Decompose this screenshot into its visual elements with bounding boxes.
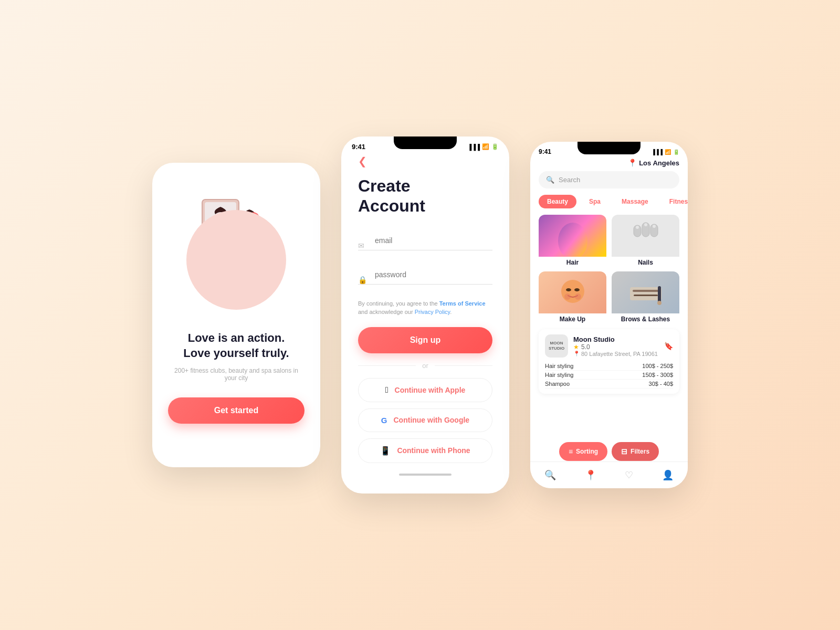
studio-rating: ★ 5.0 xyxy=(573,343,659,351)
service-row-1: Hair styling 100$ - 250$ xyxy=(545,362,673,371)
filters-label: Filters xyxy=(631,448,649,455)
tagline: Love is an action. Love yourself truly. xyxy=(183,331,289,361)
svg-point-20 xyxy=(566,288,571,291)
welcome-screen: ♥ ✦ Love is an action. Love yourself tru… xyxy=(152,163,320,467)
category-brows[interactable]: Brows & Lashes xyxy=(612,271,679,323)
title-line2: Account xyxy=(358,196,425,215)
bottom-nav: 🔍 📍 ♡ 👤 xyxy=(530,461,688,488)
sorting-label: Sorting xyxy=(576,448,598,455)
email-input[interactable] xyxy=(358,231,492,250)
service-price-3: 30$ - 40$ xyxy=(649,381,673,387)
status-icons3: ▐▐▐ 📶 🔋 xyxy=(652,149,679,155)
email-wrapper: ✉ xyxy=(358,231,492,261)
status-time3: 9:41 xyxy=(539,148,551,155)
svg-rect-26 xyxy=(634,295,658,296)
svg-point-17 xyxy=(644,223,647,226)
or-divider: or xyxy=(358,362,492,370)
create-title: Create Account xyxy=(358,176,492,216)
nav-profile-icon[interactable]: 👤 xyxy=(660,467,676,483)
service-row-2: Hair styling 150$ - 300$ xyxy=(545,371,673,380)
service-price-1: 100$ - 250$ xyxy=(642,363,673,369)
svg-point-19 xyxy=(561,280,584,303)
location-pin-icon: 📍 xyxy=(628,159,637,167)
nav-search-icon[interactable]: 🔍 xyxy=(542,467,558,483)
phone-icon: 📱 xyxy=(380,446,391,456)
terms-link[interactable]: Terms of Service xyxy=(439,300,486,307)
svg-point-21 xyxy=(574,288,580,291)
studio-name: Moon Studio xyxy=(573,335,659,343)
notch xyxy=(394,136,457,149)
hair-image xyxy=(539,215,606,257)
create-account-screen: 9:41 ▐▐▐ 📶 🔋 ❮ Create Account ✉ 🔒 By con… xyxy=(341,136,509,494)
nails-image xyxy=(612,215,679,257)
back-button[interactable]: ❮ xyxy=(358,155,492,167)
battery-icon3: 🔋 xyxy=(673,149,679,155)
rating-value: 5.0 xyxy=(581,343,590,351)
category-hair[interactable]: Hair xyxy=(539,215,606,266)
notch3 xyxy=(578,142,640,154)
service-price-2: 150$ - 300$ xyxy=(642,372,673,378)
subtitle: 200+ fitness clubs, beauty and spa salon… xyxy=(168,367,304,382)
signal-icon: ▐▐▐ xyxy=(468,144,480,150)
svg-point-22 xyxy=(564,293,571,300)
phone-button[interactable]: 📱 Continue with Phone xyxy=(358,438,492,463)
terms-suffix: . xyxy=(450,309,452,315)
filters-icon: ⊟ xyxy=(621,447,627,456)
svg-point-12 xyxy=(558,223,587,257)
bg-circle xyxy=(186,210,286,310)
signal-icon3: ▐▐▐ xyxy=(652,149,663,155)
svg-rect-27 xyxy=(658,286,661,303)
brows-image xyxy=(612,271,679,313)
get-started-button[interactable]: Get started xyxy=(168,397,304,424)
search-placeholder: Search xyxy=(559,176,580,184)
google-label: Continue with Google xyxy=(394,416,470,424)
password-wrapper: 🔒 xyxy=(358,265,492,295)
studio-logo: MOONSTUDIO xyxy=(545,334,568,358)
google-button[interactable]: G Continue with Google xyxy=(358,408,492,432)
tab-massage[interactable]: Massage xyxy=(613,195,657,208)
privacy-link[interactable]: Privacy Policy xyxy=(415,309,450,315)
location-text: Los Angeles xyxy=(639,159,679,167)
title-line1: Create xyxy=(358,176,411,195)
nav-location-icon[interactable]: 📍 xyxy=(583,467,598,483)
address-pin-icon: 📍 xyxy=(573,351,580,356)
nav-heart-icon[interactable]: ♡ xyxy=(623,467,635,483)
status-time: 9:41 xyxy=(352,143,365,151)
service-name-1: Hair styling xyxy=(545,363,573,369)
service-name-2: Hair styling xyxy=(545,372,573,378)
status-icons: ▐▐▐ 📶 🔋 xyxy=(468,143,499,150)
terms-text: By continuing, you agree to the Terms of… xyxy=(358,299,492,317)
svg-point-23 xyxy=(575,293,581,300)
home-indicator xyxy=(399,474,452,476)
apple-icon:  xyxy=(385,385,388,395)
signup-button[interactable]: Sign up xyxy=(358,327,492,353)
category-makeup[interactable]: Make Up xyxy=(539,271,606,323)
illustration-area: ♥ ✦ xyxy=(173,184,299,320)
search-bar[interactable]: 🔍 Search xyxy=(539,171,679,188)
tab-spa[interactable]: Spa xyxy=(581,195,609,208)
category-grid: Hair Nails xyxy=(530,215,688,329)
phone-label: Continue with Phone xyxy=(397,446,470,455)
svg-rect-25 xyxy=(633,290,659,292)
hair-label: Hair xyxy=(539,259,606,266)
tab-beauty[interactable]: Beauty xyxy=(539,195,576,208)
wifi-icon: 📶 xyxy=(482,143,489,150)
search-icon: 🔍 xyxy=(546,176,554,184)
phone3-content: 9:41 ▐▐▐ 📶 🔋 📍 Los Angeles 🔍 Search Beau… xyxy=(530,142,688,488)
sorting-button[interactable]: ≡ Sorting xyxy=(559,442,607,461)
category-nails[interactable]: Nails xyxy=(612,215,679,266)
service-name-3: Shampoo xyxy=(545,381,570,387)
divider-line-right xyxy=(435,365,492,366)
nails-label: Nails xyxy=(612,259,679,266)
battery-icon: 🔋 xyxy=(491,143,499,150)
tab-fitness[interactable]: Fitness xyxy=(661,195,688,208)
makeup-label: Make Up xyxy=(539,316,606,323)
divider-line-left xyxy=(358,365,416,366)
filters-button[interactable]: ⊟ Filters xyxy=(612,442,659,461)
category-tabs: Beauty Spa Massage Fitness xyxy=(530,195,688,215)
phone2-content: ❮ Create Account ✉ 🔒 By continuing, you … xyxy=(341,155,509,494)
wifi-icon3: 📶 xyxy=(665,149,671,155)
password-input[interactable] xyxy=(358,265,492,285)
bookmark-icon[interactable]: 🔖 xyxy=(664,342,673,350)
apple-button[interactable]:  Continue with Apple xyxy=(358,378,492,402)
